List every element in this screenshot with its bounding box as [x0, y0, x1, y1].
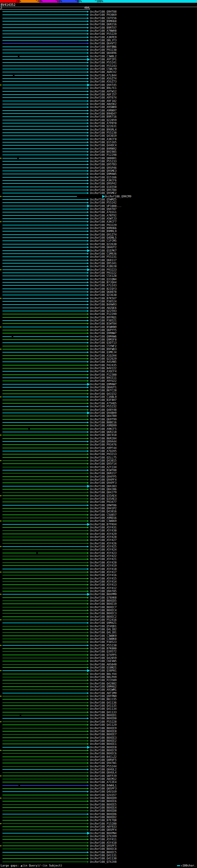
hit-label[interactable]: UniRef100_A5GZ73 [90, 81, 117, 83]
hit-label[interactable]: UniRef100_Q94PF4 [90, 478, 117, 481]
hit-row[interactable]: UniRef100_Q84J86 [0, 488, 197, 491]
hit-row[interactable]: UniRef100_Q4L1B1 [0, 631, 197, 634]
hit-row[interactable]: UniRef100_B4V222 [0, 367, 197, 370]
hit-row[interactable]: UniRef100_P55231 [0, 255, 197, 258]
hit-row[interactable]: UniRef100_Q6R217 [0, 472, 197, 475]
hit-row[interactable]: UniRef100_B8XEE5 [0, 803, 197, 806]
hit-label[interactable]: UniRef100_Q15165 [90, 141, 117, 144]
hit-label[interactable]: UniRef100_Q22593 [90, 310, 117, 313]
hit-row[interactable]: UniRef100_B8XEC8 [0, 847, 197, 850]
hit-label[interactable]: UniRef100_A7Q1G1 [90, 211, 117, 214]
hit-label[interactable]: UniRef100_Q9SP46 [90, 166, 117, 169]
hit-row[interactable]: UniRef100_Q41131 [0, 854, 197, 857]
hit-label[interactable]: UniRef100_B9GRL4 [90, 128, 117, 131]
hit-row[interactable]: UniRef100_P55228 [0, 720, 197, 723]
hit-row[interactable]: UniRef100_A4SAN5 [0, 360, 197, 363]
hit-row[interactable]: UniRef100_Q99A44 [0, 440, 197, 443]
hit-label[interactable]: UniRef100_Q10N21 [90, 666, 117, 669]
hit-row[interactable]: UniRef100_B1WT84 [0, 322, 197, 325]
hit-row[interactable]: UniRef100_Q43816 [0, 510, 197, 513]
hit-label[interactable]: UniRef100_A9SNR9 [90, 106, 117, 109]
hit-row[interactable]: UniRef100_P55230 [0, 131, 197, 134]
hit-label[interactable]: UniRef100_A9RD99 [90, 424, 117, 427]
hit-row[interactable]: UniRef100_B8XEC3 [0, 612, 197, 615]
hit-label[interactable]: UniRef100_Q41136 [90, 702, 117, 704]
hit-row[interactable]: UniRef100_B8XPN4 [0, 832, 197, 835]
hit-row[interactable]: UniRef100_B0XED9 [0, 797, 197, 800]
hit-label[interactable]: UniRef100_B7FKV4 [90, 523, 117, 526]
hit-row[interactable]: UniRef100_P93222 [0, 271, 197, 274]
hit-row[interactable]: UniRef100_Q84UT2 [0, 246, 197, 249]
hit-label[interactable]: UniRef100_B9LFE1 [90, 87, 117, 90]
hit-label[interactable]: UniRef100_Q6PYY5 [90, 329, 117, 332]
hit-label[interactable]: UniRef100_Q70XK8 [90, 596, 117, 599]
hit-label[interactable]: UniRef100_Q64VT2 [90, 42, 117, 45]
hit-label[interactable]: UniRef100_Q43152 [90, 393, 117, 395]
hit-label[interactable]: UniRef100_A7LB44 [90, 74, 117, 77]
hit-row[interactable]: UniRef100_A5Y422 [0, 555, 197, 558]
hit-label[interactable]: UniRef100_Q04896 [90, 52, 117, 55]
hit-label[interactable]: UniRef100_Q0C918 [90, 434, 117, 437]
hit-label[interactable]: UniRef100_P55229 [90, 33, 117, 35]
hit-row[interactable]: UniRef100_Q5VQD1 [0, 625, 197, 628]
hit-label[interactable]: UniRef100_Q1EPK7 [90, 249, 117, 252]
hit-label[interactable]: UniRef100_Q41134 [90, 708, 117, 710]
hit-label[interactable]: UniRef100_B4V222 [90, 367, 117, 370]
hit-label[interactable]: UniRef100_Q0SPF3 [90, 787, 117, 790]
hit-row[interactable]: UniRef100_A0S048 [0, 663, 197, 666]
hit-row[interactable]: UniRef100_A5Y411 [0, 838, 197, 841]
hit-label[interactable]: UniRef100_Q22630 [90, 243, 117, 246]
hit-row[interactable]: UniRef100_P55233 [0, 160, 197, 163]
hit-row[interactable]: UniRef100_A9RD99 [0, 424, 197, 427]
hit-row[interactable]: UniRef100_Q4DNL5 [0, 236, 197, 239]
hit-row[interactable]: UniRef100_A9RD16 [0, 516, 197, 520]
hit-row[interactable]: UniRef100_P55242 [0, 201, 197, 204]
hit-label[interactable]: UniRef100_Q41131 [90, 854, 117, 857]
hit-label[interactable]: UniRef100_A1QJH4 [90, 354, 117, 357]
hit-label[interactable]: UniRef100_B9FWD3 [90, 348, 117, 351]
hit-label[interactable]: UniRef100_Q16550 [90, 186, 117, 188]
hit-row[interactable]: UniRef100_A5Y414 [0, 580, 197, 583]
hit-label[interactable]: UniRef100_C3W8L2 [90, 55, 117, 58]
hit-label[interactable]: UniRef100_A5Y412 [90, 587, 117, 590]
hit-label[interactable]: UniRef100_Q0FPJ9 [90, 775, 117, 777]
hit-label[interactable]: UniRef100_Q84J79 [90, 491, 117, 494]
hit-row[interactable]: UniRef100_P55244 [0, 765, 197, 768]
hit-label[interactable]: UniRef100_P55232 [90, 405, 117, 408]
hit-label[interactable]: UniRef100_P93213 [90, 453, 117, 456]
hit-row[interactable]: UniRef100_B9GRL4 [0, 128, 197, 131]
hit-label[interactable]: UniRef100_Q43815 [90, 459, 117, 462]
hit-row[interactable]: UniRef100_B9RTX7 [0, 26, 197, 29]
hit-row[interactable]: UniRef100_Q9SP46 [0, 166, 197, 169]
hit-row[interactable]: UniRef100_B8XEC5 [0, 851, 197, 854]
hit-label[interactable]: UniRef100_Q4L1B2 [90, 628, 117, 631]
hit-label[interactable]: UniRef100_A5Y423 [90, 552, 117, 555]
hit-label[interactable]: UniRef100_Q68078 [90, 291, 117, 293]
hit-label[interactable]: UniRef100_Q3DT13 [90, 341, 117, 344]
hit-label[interactable]: UniRef100_B9RH66 [90, 227, 117, 230]
hit-row[interactable]: UniRef100_Q9AT45 [0, 84, 197, 87]
hit-row[interactable]: UniRef100_Q4U1G9 [0, 790, 197, 793]
hit-row[interactable]: UniRef100_C5X1Z8 [0, 274, 197, 277]
hit-label[interactable]: UniRef100_A7NT92 [90, 214, 117, 217]
hit-row[interactable]: UniRef100_B0LYV4 [0, 673, 197, 676]
hit-label[interactable]: UniRef100_A5WTJ3 [90, 217, 117, 220]
hit-label[interactable]: UniRef100_Q9WT06 [90, 504, 117, 507]
hit-row[interactable]: UniRef100_A9TW12 [0, 90, 197, 93]
hit-row[interactable]: UniRef100_B9LFE1 [0, 87, 197, 90]
hit-row[interactable]: UniRef100_Q9RNW7 [0, 332, 197, 335]
hit-label[interactable]: UniRef100_B9MH68 [90, 20, 117, 23]
hit-row[interactable]: UniRef100_P52416 [0, 618, 197, 621]
hit-label[interactable]: UniRef100_Q9HT08 [90, 10, 117, 13]
hit-label[interactable]: UniRef100_Q41130 [90, 857, 117, 860]
hit-label[interactable]: UniRef100_B7K080 [90, 647, 117, 650]
hit-label[interactable]: UniRef100_B8XED6 [90, 813, 117, 816]
hit-row[interactable]: UniRef100_A5Y419 [0, 564, 197, 567]
hit-row[interactable]: UniRef100_P42435 [0, 364, 197, 367]
hit-label[interactable]: UniRef100_A5Y421 [90, 558, 117, 561]
hit-row[interactable]: UniRef100_B8XEC2 [0, 615, 197, 618]
hit-label[interactable]: UniRef100_Q2U357 [90, 794, 117, 797]
hit-row[interactable]: UniRef100_Q941P2 [0, 507, 197, 510]
hit-row[interactable]: UniRef100_B9YRQ1 [0, 316, 197, 319]
hit-row[interactable]: UniRef100_P55232 [0, 405, 197, 408]
